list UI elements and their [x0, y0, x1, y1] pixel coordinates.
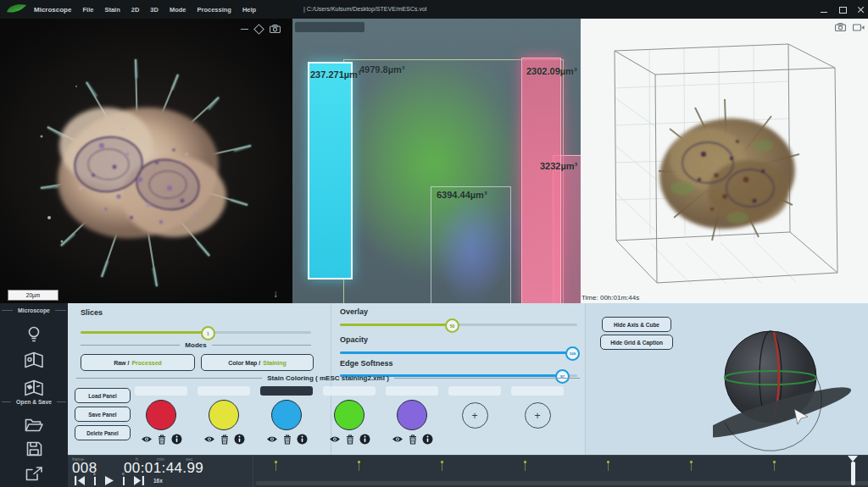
stain-color-circle[interactable]	[146, 400, 176, 430]
capture-photo-icon[interactable]	[835, 23, 846, 31]
microscope-app: Microscope FileStain2D3DModeProcessingHe…	[0, 0, 868, 487]
volume-view-caption	[295, 22, 364, 32]
marker-a-step-icon[interactable]: A	[94, 477, 96, 485]
slices-2d-view-icon[interactable]	[24, 351, 44, 369]
delete-stain-trash-icon[interactable]	[283, 434, 292, 445]
stain-name-field[interactable]	[511, 386, 564, 396]
stain-info-icon[interactable]	[171, 434, 182, 445]
load-panel-button[interactable]: Load Panel	[75, 388, 131, 403]
timeline-divider	[253, 456, 253, 487]
expand-arrow-icon[interactable]: ↓	[273, 288, 278, 300]
timeline-scrollbar[interactable]	[256, 481, 868, 485]
delete-stain-trash-icon[interactable]	[158, 434, 166, 445]
stain-color-circle[interactable]	[271, 400, 302, 430]
timeline-tick	[608, 463, 609, 471]
app-logo-icon	[6, 3, 28, 16]
playhead-handle[interactable]	[851, 462, 855, 485]
marker-b-step-icon[interactable]: B	[123, 477, 125, 485]
light-source-icon[interactable]	[24, 325, 44, 344]
raw-processed-button[interactable]: Raw / Processed	[81, 354, 195, 371]
stain-info-icon[interactable]	[297, 434, 308, 445]
slices-slider-handle[interactable]: 1	[201, 326, 215, 340]
skip-end-icon[interactable]	[134, 476, 144, 485]
delete-stain-trash-icon[interactable]	[346, 434, 354, 445]
menu-item[interactable]: Stain	[104, 6, 120, 14]
hide-grid-caption-button[interactable]: Hide Grid & Caption	[600, 335, 673, 350]
visibility-eye-icon[interactable]	[203, 435, 215, 443]
overlay-slider[interactable]: 50	[340, 324, 577, 326]
overlay-slider-handle[interactable]: 50	[445, 318, 459, 333]
visibility-eye-icon[interactable]	[392, 435, 403, 443]
menu-item[interactable]: 2D	[131, 6, 140, 14]
stain-name-field[interactable]	[135, 386, 187, 396]
stain-color-circle[interactable]	[209, 400, 239, 430]
volume-region-cyan	[308, 62, 353, 279]
stain-name-field[interactable]	[260, 386, 313, 396]
export-share-icon[interactable]	[24, 465, 44, 484]
stain-info-icon[interactable]	[234, 434, 245, 445]
stain-swatch-column	[318, 386, 381, 445]
stain-info-icon[interactable]	[422, 434, 433, 445]
stain-coloring-title: Stain Coloring ( mESC staining2.xml )	[267, 374, 389, 382]
maximize-icon[interactable]	[838, 6, 847, 14]
stain-name-field[interactable]	[198, 386, 250, 396]
move-tool-icon[interactable]	[253, 24, 264, 35]
stain-name-field[interactable]	[386, 386, 438, 396]
visibility-eye-icon[interactable]	[266, 435, 278, 443]
timeline-tick	[442, 463, 442, 471]
add-stain-button[interactable]: +	[525, 402, 551, 429]
slices-slider[interactable]: 1	[81, 331, 311, 334]
delete-stain-trash-icon[interactable]	[409, 434, 417, 445]
menu-item[interactable]: Processing	[198, 6, 231, 14]
save-file-icon[interactable]	[24, 440, 44, 458]
visibility-eye-icon[interactable]	[329, 435, 341, 443]
overlay-label: Overlay	[340, 307, 368, 316]
stain-color-circle[interactable]	[334, 400, 364, 430]
stain-info-icon[interactable]	[359, 434, 370, 445]
stain-name-field[interactable]	[323, 386, 376, 396]
stain-coloring-divider: Stain Coloring ( mESC staining2.xml )	[76, 374, 580, 382]
volume-label-pink-tall: 2302.09µm³	[526, 66, 577, 76]
opacity-slider-handle[interactable]: 100	[565, 346, 580, 361]
capture-video-icon[interactable]	[853, 24, 865, 31]
add-stain-button[interactable]: +	[462, 402, 488, 429]
minimize-icon[interactable]	[820, 6, 828, 14]
volume-region-blue	[431, 186, 511, 303]
timeline-tick	[691, 463, 692, 471]
playback-speed-label[interactable]: 16x	[153, 478, 163, 484]
slices-3d-view-icon[interactable]	[24, 379, 44, 397]
slices-label: Slices	[81, 308, 103, 317]
play-icon[interactable]	[105, 476, 114, 485]
playhead-triangle[interactable]	[848, 456, 858, 462]
close-icon[interactable]	[856, 6, 865, 14]
menu-item[interactable]: 3D	[150, 6, 159, 14]
stain-swatch-column	[255, 386, 318, 445]
stain-swatch-column	[192, 386, 255, 445]
timeline-tick	[525, 463, 526, 471]
viewer-2d-canvas[interactable]: 20µm ↓	[0, 19, 293, 303]
cell-2d-image	[0, 19, 292, 303]
delete-panel-button[interactable]: Delete Panel	[75, 425, 131, 440]
volume-render-canvas[interactable]: 4979.8µm³ 237.271µm³ 6394.44µm³ 2302.09µ…	[292, 19, 581, 303]
menu-items: FileStain2D3DModeProcessingHelp	[82, 6, 256, 14]
menu-item[interactable]: Help	[242, 6, 256, 14]
open-folder-icon[interactable]	[24, 415, 44, 434]
snapshot-camera-icon[interactable]	[270, 25, 281, 33]
colormap-staining-button[interactable]: Color Map / Staining	[201, 354, 314, 371]
colormap-label: Color Map /	[228, 360, 260, 366]
collapse-panel-icon[interactable]	[241, 29, 248, 30]
hide-axis-cube-button[interactable]: Hide Axis & Cube	[602, 317, 671, 332]
orientation-sphere-widget[interactable]	[713, 326, 868, 455]
viewer-3d-canvas[interactable]	[581, 19, 868, 303]
opacity-slider[interactable]: 100	[340, 351, 577, 354]
save-panel-button[interactable]: Save Panel	[75, 407, 131, 422]
menu-app-name[interactable]: Microscope	[34, 6, 71, 14]
menu-item[interactable]: Mode	[170, 6, 186, 14]
stain-color-circle[interactable]	[397, 400, 427, 430]
skip-start-icon[interactable]	[75, 476, 85, 485]
visibility-eye-icon[interactable]	[141, 435, 153, 443]
opacity-label: Opacity	[340, 335, 368, 344]
delete-stain-trash-icon[interactable]	[220, 434, 229, 445]
stain-name-field[interactable]	[448, 386, 501, 396]
menu-item[interactable]: File	[82, 6, 93, 14]
